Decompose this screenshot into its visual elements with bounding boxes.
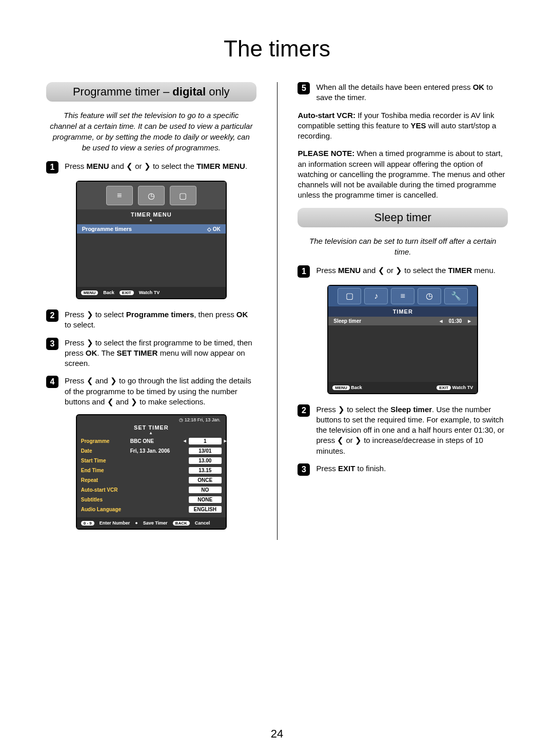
- row-value: 13.00: [189, 457, 222, 464]
- row-label: Start Time: [81, 458, 127, 463]
- footer-right: EXIT Watch TV: [437, 385, 473, 390]
- osd-timer-menu: ≡ ◷ ▢ TIMER MENU ▴ Programme timers ◇ OK…: [76, 181, 227, 299]
- manual-page: The timers Programme timer – digital onl…: [0, 0, 554, 756]
- tv-icon: ▢: [179, 191, 187, 201]
- set-timer-row: Repeat ONCE: [81, 475, 222, 485]
- osd-tab-icon: ▢: [170, 186, 196, 205]
- osd-menu-row: Sleep timer ◄ 01:30 ►: [328, 317, 477, 325]
- menu-pill: MENU: [332, 385, 350, 390]
- menu-pill: MENU: [81, 290, 98, 295]
- row-value: 13/01: [189, 448, 222, 454]
- step-text: Press MENU and ❮ or ❯ to select the TIME…: [316, 265, 508, 278]
- osd-clock: ◷ 12:18 Fri, 13 Jan.: [77, 415, 226, 422]
- step-number-badge: 1: [298, 265, 310, 278]
- num-pill: 0 - 9: [81, 521, 94, 526]
- exit-pill: EXIT: [437, 385, 451, 390]
- step-number-badge: 2: [46, 309, 58, 322]
- osd-row-value: ◄ 01:30 ►: [439, 318, 472, 324]
- left-column: Programme timer – digital only This feat…: [46, 82, 256, 540]
- step-number-badge: 3: [298, 463, 310, 476]
- header-bold: digital: [172, 85, 206, 98]
- clock-icon: ◷: [148, 191, 155, 201]
- row-label: Repeat: [81, 477, 127, 483]
- step-number-badge: 4: [46, 376, 58, 388]
- step-number-badge: 2: [298, 404, 310, 417]
- step-number-badge: 5: [298, 82, 310, 94]
- footer-label: Enter Number: [100, 520, 130, 526]
- row-value: 13.15: [189, 467, 222, 474]
- osd-row-label: Sleep timer: [333, 318, 361, 324]
- section-header-sleep-timer: Sleep timer: [298, 208, 508, 227]
- step-5: 5 When all the details have been entered…: [298, 82, 508, 103]
- osd-title: SET TIMER ▴: [77, 422, 226, 435]
- page-number: 24: [0, 727, 554, 741]
- note-icon: ♪: [374, 292, 378, 301]
- osd-footer: 0 - 9 Enter Number ● Save Timer BACK Can…: [77, 517, 226, 529]
- footer-left: MENU Back: [332, 385, 362, 390]
- osd-timer-sleep: ▢ ♪ ≡ ◷ 🔧 TIMER Sleep timer ◄ 01:30 ► ME…: [327, 285, 478, 394]
- osd-footer: MENU Back EXIT Watch TV: [77, 287, 226, 298]
- step-number-badge: 3: [46, 338, 58, 350]
- row-value: NO: [189, 487, 222, 493]
- sleep-intro: The television can be set to turn itself…: [298, 236, 508, 257]
- sliders-icon: ≡: [401, 292, 405, 301]
- two-column-layout: Programme timer – digital only This feat…: [46, 82, 508, 540]
- header-text: only: [206, 85, 229, 98]
- footer-label: Save Timer: [143, 520, 168, 526]
- set-timer-row: End Time 13.15: [81, 466, 222, 475]
- step-text: Press ❯ to select Programme timers, then…: [65, 309, 256, 331]
- exit-pill: EXIT: [120, 290, 134, 295]
- osd-tab-icon: ≡: [106, 186, 133, 205]
- row-label: Auto-start VCR: [81, 487, 127, 493]
- step-4: 4 Press ❮ and ❯ to go through the list a…: [46, 376, 256, 407]
- set-timer-row: Programme BBC ONE 1: [81, 436, 222, 446]
- back-pill: BACK: [173, 521, 190, 526]
- osd-tab-icon: ≡: [391, 288, 414, 304]
- osd-row-action: ◇ OK: [207, 226, 221, 232]
- osd-body-empty: [77, 236, 226, 287]
- sleep-step-1: 1 Press MENU and ❮ or ❯ to select the TI…: [298, 265, 508, 278]
- column-divider: [277, 82, 278, 540]
- step-1: 1 Press MENU and ❮ or ❯ to select the TI…: [46, 161, 256, 173]
- dot-icon: ●: [135, 520, 137, 526]
- set-timer-table: Programme BBC ONE 1 Date Fri, 13 Jan. 20…: [77, 435, 226, 517]
- step-text: Press ❮ and ❯ to go through the list add…: [65, 376, 256, 407]
- set-timer-row: Date Fri, 13 Jan. 2006 13/01: [81, 446, 222, 456]
- right-column: 5 When all the details have been entered…: [298, 82, 508, 540]
- step-2: 2 Press ❯ to select Programme timers, th…: [46, 309, 256, 331]
- sleep-step-3: 3 Press EXIT to finish.: [298, 463, 508, 476]
- step-text: Press ❯ to select the first programme to…: [65, 338, 256, 369]
- osd-icon-tabs: ▢ ♪ ≡ ◷ 🔧: [328, 286, 477, 306]
- set-timer-row: Start Time 13.00: [81, 456, 222, 466]
- clock-icon: ◷: [426, 291, 433, 301]
- row-label: Subtitles: [81, 497, 127, 502]
- footer-label: Back: [351, 385, 362, 390]
- step-text: Press MENU and ❮ or ❯ to select the TIME…: [65, 161, 256, 173]
- sliders-icon: ≡: [117, 191, 122, 200]
- up-caret-icon: ▴: [77, 431, 226, 435]
- osd-tab-icon: ◷: [418, 288, 441, 304]
- row-label: Programme: [81, 438, 127, 444]
- osd-tab-icon: ◷: [138, 186, 165, 205]
- intro-paragraph: This feature will set the television to …: [46, 110, 256, 153]
- sleep-step-2: 2 Press ❯ to select the Sleep timer. Use…: [298, 404, 508, 456]
- step-text: Press EXIT to finish.: [316, 463, 508, 476]
- set-timer-row: Subtitles NONE: [81, 495, 222, 505]
- osd-set-timer: ◷ 12:18 Fri, 13 Jan. SET TIMER ▴ Program…: [76, 414, 227, 530]
- footer-label: Watch TV: [139, 290, 160, 295]
- osd-menu-row: Programme timers ◇ OK: [77, 224, 226, 234]
- set-timer-row: Audio Language ENGLISH: [81, 505, 222, 514]
- step-number-badge: 1: [46, 161, 58, 173]
- osd-body-empty: [328, 325, 477, 382]
- row-mid: BBC ONE: [130, 438, 186, 444]
- row-value: ONCE: [189, 477, 222, 483]
- osd-title: TIMER: [328, 306, 477, 315]
- header-text: Programme timer –: [73, 85, 172, 98]
- osd-icon-tabs: ≡ ◷ ▢: [77, 182, 226, 209]
- footer-label: Watch TV: [452, 385, 473, 390]
- row-label: End Time: [81, 468, 127, 473]
- step-text: Press ❯ to select the Sleep timer. Use t…: [316, 404, 508, 456]
- auto-start-vcr-note: Auto-start VCR: If your Toshiba media re…: [298, 110, 508, 142]
- osd-tab-icon: ▢: [338, 288, 361, 304]
- osd-footer: MENU Back EXIT Watch TV: [328, 382, 477, 393]
